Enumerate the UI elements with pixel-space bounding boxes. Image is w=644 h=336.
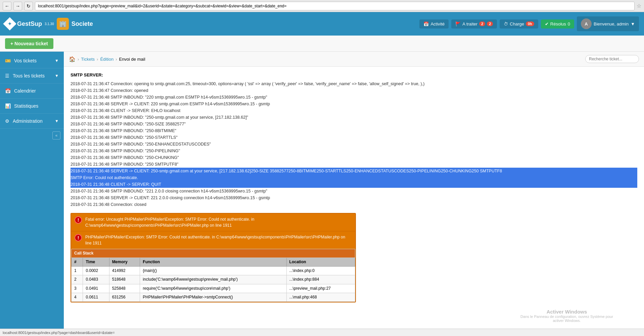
highlighted-lines: 2018-07-31 21:36:48 SERVER -> CLIENT: 25… [71, 168, 637, 188]
callstack-cell-memory: 631256 [109, 293, 140, 301]
chevron-icon-3: ▼ [55, 119, 59, 123]
fatal-error-icon: ! [75, 216, 82, 224]
home-icon[interactable]: 🏠 [69, 56, 76, 62]
logo-diamond: ✦ [3, 17, 16, 31]
stack-error-text: PHPMailer\PHPMailer\Exception: SMTP Erro… [85, 234, 352, 246]
callstack-cell-memory: 414992 [109, 267, 140, 275]
address-bar: ← → ↻ ☆ [0, 0, 644, 12]
log-lines: 2018-07-31 21:36:47 Connection: opening … [71, 80, 637, 168]
callstack-cell-function: require('C:\wamp64\www\gestsup\core\mail… [140, 284, 286, 293]
callstack-cell-function: PHPMailer\PHPMailer\PHPMailer->smtpConne… [140, 293, 286, 301]
breadcrumb-tickets[interactable]: Tickets [81, 57, 95, 62]
calendar-icon: 📅 [423, 21, 429, 26]
log-title: SMTP SERVER: [71, 72, 637, 79]
callstack-cell-location: ...\index.php:884 [286, 275, 355, 284]
after-line-2: 2018-07-31 21:36:48 SERVER -> CLIENT: 22… [71, 195, 270, 200]
status-bar: localhost:8001/gestsup/index.php?page=da… [0, 329, 644, 336]
fatal-error-row: ! Fatal error: Uncaught PHPMailer\PHPMai… [71, 214, 355, 231]
company-name: Societe [72, 20, 93, 27]
error-box: ! Fatal error: Uncaught PHPMailer\PHPMai… [71, 213, 356, 302]
callstack-cell-time: 0.0002 [83, 267, 109, 275]
charge-label: Charge [510, 21, 524, 26]
traiter-button[interactable]: 🚩 A traiter 2 2 [451, 19, 497, 29]
main-layout: 🎫 Vos tickets ▼ ☰ Tous les tickets ▼ 📅 C… [0, 52, 644, 336]
welcome-label: Bienvenue, admin [594, 21, 629, 26]
callstack-cell-location: ...\mail.php:468 [286, 293, 355, 301]
callstack-cell-location: ...\index.php:0 [286, 267, 355, 275]
sidebar-item-vos-tickets[interactable]: 🎫 Vos tickets ▼ [0, 53, 64, 68]
resolus-button[interactable]: ✔ Résolus 0 [541, 19, 574, 29]
breadcrumb-edition[interactable]: Édition [100, 57, 113, 62]
chevron-down-icon: ▼ [631, 21, 635, 26]
stack-error-row: ! PHPMailer\PHPMailer\Exception: SMTP Er… [71, 231, 355, 249]
status-url: localhost:8001/gestsup/index.php?page=da… [3, 331, 115, 335]
sidebar-item-statistiques[interactable]: 📊 Statistiques [0, 99, 64, 114]
callstack-cell-num: 4 [72, 293, 83, 301]
after-lines: 2018-07-31 21:36:48 SMTP INBOUND: "221 2… [71, 188, 637, 208]
app-icon: 🏢 [57, 18, 69, 30]
col-function: Function [140, 258, 286, 266]
traiter-label: A traiter [462, 21, 477, 26]
fatal-error-text: Fatal error: Uncaught PHPMailer\PHPMaile… [85, 216, 352, 228]
sidebar: 🎫 Vos tickets ▼ ☰ Tous les tickets ▼ 📅 C… [0, 52, 64, 336]
app-version: 3.1.30 [45, 22, 54, 26]
col-location: Location [286, 258, 355, 266]
resolus-badge: 0 [568, 21, 570, 26]
collapse-button[interactable]: « [52, 131, 60, 139]
col-num: # [72, 258, 83, 266]
sidebar-item-administration[interactable]: ⚙ Administration ▼ [0, 114, 64, 129]
chart-icon: 📊 [5, 103, 11, 109]
search-input[interactable] [585, 55, 639, 63]
callstack-cell-num: 3 [72, 284, 83, 293]
charge-button[interactable]: ⏱ Charge 0h [500, 19, 538, 29]
breadcrumb: 🏠 › Tickets › Édition › Envoi de mail [64, 52, 644, 67]
stack-error-icon: ! [75, 234, 82, 241]
log-line-2: 2018-07-31 21:36:47 Connection: opened [71, 88, 148, 93]
callstack-cell-num: 2 [72, 275, 83, 284]
content-area: 🏠 › Tickets › Édition › Envoi de mail SM… [64, 52, 644, 336]
bookmark-icon[interactable]: ☆ [637, 3, 641, 9]
gear-icon: ⚙ [5, 118, 9, 124]
new-ticket-button[interactable]: + Nouveau ticket [5, 38, 53, 49]
refresh-button[interactable]: ↻ [24, 2, 33, 10]
callstack-cell-time: 0.0483 [83, 275, 109, 284]
sidebar-label-administration: Administration [13, 118, 43, 124]
search-area [585, 55, 639, 63]
after-line-1: 2018-07-31 21:36:48 SMTP INBOUND: "221 2… [71, 189, 267, 193]
callstack-header: Call Stack [72, 249, 355, 258]
sidebar-collapse[interactable]: « [0, 129, 64, 142]
breadcrumb-envoi: Envoi de mail [119, 57, 145, 62]
activite-button[interactable]: 📅 Activité [419, 19, 449, 29]
address-input[interactable] [35, 2, 635, 10]
log-line-8: 2018-07-31 21:36:48 SMTP INBOUND: "250-8… [71, 128, 176, 133]
chevron-icon: ▼ [55, 58, 59, 63]
flag-icon: 🚩 [455, 21, 461, 26]
highlight-3: 2018-07-31 21:36:48 CLIENT -> SERVER: QU… [71, 181, 637, 188]
app-name: GestSup [17, 20, 42, 27]
user-menu-button[interactable]: A Bienvenue, admin ▼ [577, 16, 639, 31]
chevron-icon-2: ▼ [55, 73, 59, 78]
log-line-5: 2018-07-31 21:36:48 CLIENT -> SERVER: EH… [71, 108, 180, 113]
callstack-cell-location: ...\preview_mail.php:27 [286, 284, 355, 293]
traiter-badge1: 2 [479, 21, 485, 26]
logo-area: ✦ GestSup 3.1.30 🏢 Societe [5, 18, 416, 30]
log-line-7: 2018-07-31 21:36:48 SMTP INBOUND: "250-S… [71, 122, 186, 126]
sidebar-item-tous-tickets[interactable]: ☰ Tous les tickets ▼ [0, 68, 64, 83]
sidebar-item-calendrier[interactable]: 📅 Calendrier [0, 83, 64, 99]
log-line-10: 2018-07-31 21:36:48 SMTP INBOUND: "250-E… [71, 142, 211, 147]
activite-label: Activité [430, 21, 445, 26]
callstack-cell-memory: 518648 [109, 275, 140, 284]
sidebar-label-vos-tickets: Vos tickets [14, 58, 37, 63]
log-line-6: 2018-07-31 21:36:48 SMTP INBOUND: "250-s… [71, 115, 248, 120]
callstack-cell-time: 0.0491 [83, 284, 109, 293]
back-button[interactable]: ← [3, 2, 11, 10]
after-line-3: 2018-07-31 21:36:48 Connection: closed [71, 202, 146, 207]
top-bar: ✦ GestSup 3.1.30 🏢 Societe 📅 Activité 🚩 … [0, 12, 644, 36]
forward-button[interactable]: → [13, 2, 22, 10]
sidebar-label-tous-tickets: Tous les tickets [13, 73, 45, 78]
traiter-badge2: 2 [487, 21, 493, 26]
callstack-cell-memory: 525848 [109, 284, 140, 293]
log-line-1: 2018-07-31 21:36:47 Connection: opening … [71, 81, 424, 86]
highlight-1: 2018-07-31 21:36:48 SERVER -> CLIENT: 25… [71, 168, 637, 174]
callstack-cell-time: 0.0611 [83, 293, 109, 301]
